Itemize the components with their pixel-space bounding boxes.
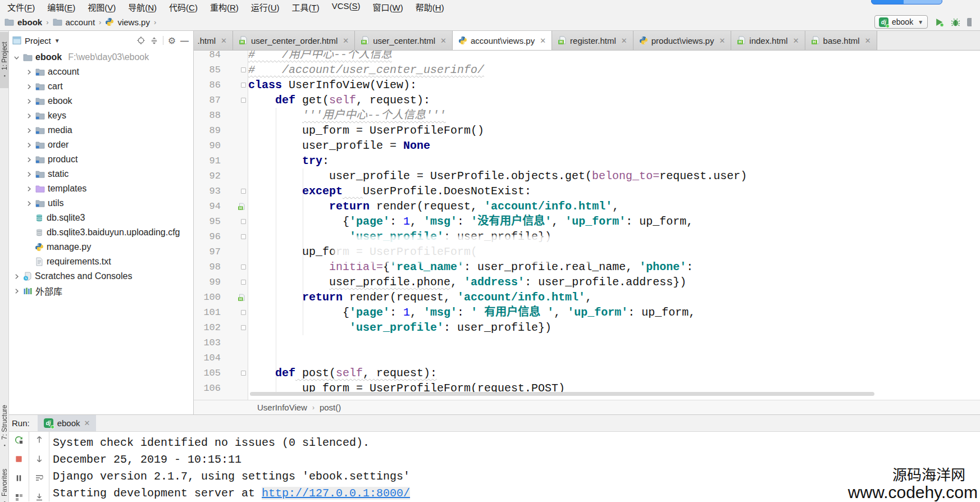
hide-panel-button[interactable]: — (180, 36, 189, 45)
line-number[interactable]: 100 (194, 290, 227, 305)
line-number[interactable]: 89 (194, 123, 227, 138)
run-config-select[interactable]: dj ebook ▼ (874, 15, 928, 29)
editor-tab-base.html[interactable]: Hbase.html✕ (805, 31, 877, 50)
line-number[interactable]: 105 (194, 366, 227, 381)
menu-item-4[interactable]: 导航(N) (122, 1, 163, 13)
chevron-right-icon[interactable] (25, 83, 33, 90)
tree-item-order[interactable]: order (9, 138, 193, 152)
editor-tab-.html[interactable]: H.html✕ (194, 31, 233, 50)
close-icon[interactable]: ✕ (719, 36, 725, 45)
fold-start-icon[interactable] (241, 371, 246, 376)
server-url-link[interactable]: http://127.0.0.1:8000/ (262, 487, 410, 500)
line-number[interactable]: 91 (194, 153, 227, 168)
breadcrumb-item-views.py[interactable]: views.py (105, 17, 150, 27)
up-stack-button[interactable] (34, 435, 44, 445)
html-gutter-icon[interactable]: H (238, 203, 245, 211)
menu-item-10[interactable]: 窗口(W) (367, 1, 409, 13)
line-number[interactable]: 93 (194, 184, 227, 199)
fold-start-icon[interactable] (241, 189, 246, 194)
editor-tab-product-views.py[interactable]: product\views.py✕ (633, 31, 732, 50)
tree-item-cart[interactable]: cart (9, 79, 193, 94)
horizontal-scrollbar[interactable] (250, 392, 874, 396)
tool-window-tab-favorites[interactable]: ▪Favorites (0, 463, 9, 502)
tree-item-keys[interactable]: keys (9, 108, 193, 123)
tree-item-product[interactable]: product (9, 152, 193, 167)
line-number[interactable]: 98 (194, 259, 227, 275)
breadcrumb-method[interactable]: post() (320, 403, 341, 412)
line-number[interactable]: 88 (194, 108, 227, 123)
line-number[interactable]: 87 (194, 93, 227, 108)
line-number[interactable]: 92 (194, 168, 227, 184)
menu-item-1[interactable]: 文件(F) (1, 1, 41, 13)
editor-tab-account-views.py[interactable]: account\views.py✕ (453, 31, 552, 51)
chevron-down-icon[interactable] (12, 54, 20, 61)
menu-item-7[interactable]: 运行(U) (245, 1, 286, 13)
tree-item-media[interactable]: media (9, 123, 193, 138)
chevron-right-icon[interactable] (25, 171, 33, 178)
fold-start-icon[interactable] (241, 83, 246, 88)
editor-tab-register.html[interactable]: Hregister.html✕ (552, 31, 633, 50)
menu-item-2[interactable]: 编辑(E) (41, 1, 81, 13)
close-icon[interactable]: ✕ (221, 36, 227, 45)
line-number[interactable]: 97 (194, 244, 227, 259)
tool-window-tab-1-project[interactable]: ▪1: Project (0, 32, 9, 88)
fold-end-icon[interactable] (241, 280, 246, 285)
tree-item-account[interactable]: account (9, 65, 193, 79)
fold-end-icon[interactable] (241, 325, 246, 330)
line-number[interactable]: 86 (194, 77, 227, 93)
fold-start-icon[interactable] (241, 310, 246, 315)
line-number[interactable]: 95 (194, 214, 227, 229)
line-number[interactable]: 96 (194, 229, 227, 244)
menu-item-3[interactable]: 视图(V) (81, 1, 122, 13)
menu-item-11[interactable]: 帮助(H) (409, 1, 450, 13)
breadcrumb-class[interactable]: UserInfoView (257, 403, 307, 412)
tree-item-manage-py[interactable]: manage.py (9, 240, 193, 254)
line-number[interactable]: 103 (194, 335, 227, 350)
fold-end-icon[interactable] (241, 234, 246, 239)
line-number[interactable]: 85 (194, 62, 227, 77)
breadcrumb-item-ebook[interactable]: ebook (4, 17, 42, 27)
chevron-right-icon[interactable] (25, 185, 33, 193)
scroll-to-end-button[interactable] (34, 492, 44, 501)
close-icon[interactable]: ✕ (343, 36, 349, 45)
line-number[interactable]: 104 (194, 350, 227, 366)
run-tab[interactable]: dj ebook ✕ (38, 415, 97, 431)
fold-start-icon[interactable] (241, 98, 246, 103)
menu-item-5[interactable]: 代码(C) (163, 1, 204, 13)
tree-item-static[interactable]: static (9, 167, 193, 181)
menu-item-6[interactable]: 重构(R) (204, 1, 245, 13)
line-number[interactable]: 106 (194, 381, 227, 396)
gear-icon[interactable]: ⚙ (168, 35, 176, 46)
html-gutter-icon[interactable]: H (238, 294, 245, 302)
code-editor[interactable]: 84# /用户中心--个人信息85# /account/user_center_… (194, 51, 980, 400)
line-number[interactable]: 94 (194, 199, 227, 214)
stop-button[interactable] (14, 454, 24, 464)
menu-item-8[interactable]: 工具(T) (286, 1, 326, 13)
chevron-right-icon[interactable] (12, 287, 20, 295)
breadcrumb-item-account[interactable]: account (53, 17, 95, 27)
close-icon[interactable]: ✕ (793, 36, 799, 45)
tree-item-外部库[interactable]: 外部库 (9, 284, 193, 298)
line-number[interactable]: 90 (194, 138, 227, 153)
tree-item-Scratches-and-Consoles[interactable]: Scratches and Consoles (9, 269, 193, 284)
coverage-button[interactable] (967, 18, 972, 26)
chevron-right-icon[interactable] (25, 112, 33, 120)
chevron-right-icon[interactable] (25, 127, 33, 134)
fold-start-icon[interactable] (241, 264, 246, 270)
editor-tab-user_center.html[interactable]: Huser_center.html✕ (355, 31, 453, 50)
chevron-right-icon[interactable] (25, 98, 33, 105)
collapse-all-button[interactable] (150, 36, 158, 45)
run-button[interactable] (935, 17, 944, 27)
tree-item-db-sqlite3-baiduyun-uploading-cfg[interactable]: db.sqlite3.baiduyun.uploading.cfg (9, 225, 193, 240)
tree-item-ebook[interactable]: ebook (9, 94, 193, 108)
tool-window-tab-7-structure[interactable]: ▪7: Structure (0, 399, 9, 454)
line-number[interactable]: 102 (194, 320, 227, 335)
close-icon[interactable]: ✕ (621, 36, 627, 45)
tree-root-ebook[interactable]: ebookF:\web\day03\ebook (9, 50, 193, 65)
chevron-right-icon[interactable] (25, 200, 33, 207)
frames-button[interactable] (14, 492, 24, 501)
tree-item-templates[interactable]: templates (9, 181, 193, 196)
close-icon[interactable]: ✕ (865, 36, 871, 45)
down-stack-button[interactable] (34, 454, 44, 464)
chevron-right-icon[interactable] (25, 69, 33, 76)
